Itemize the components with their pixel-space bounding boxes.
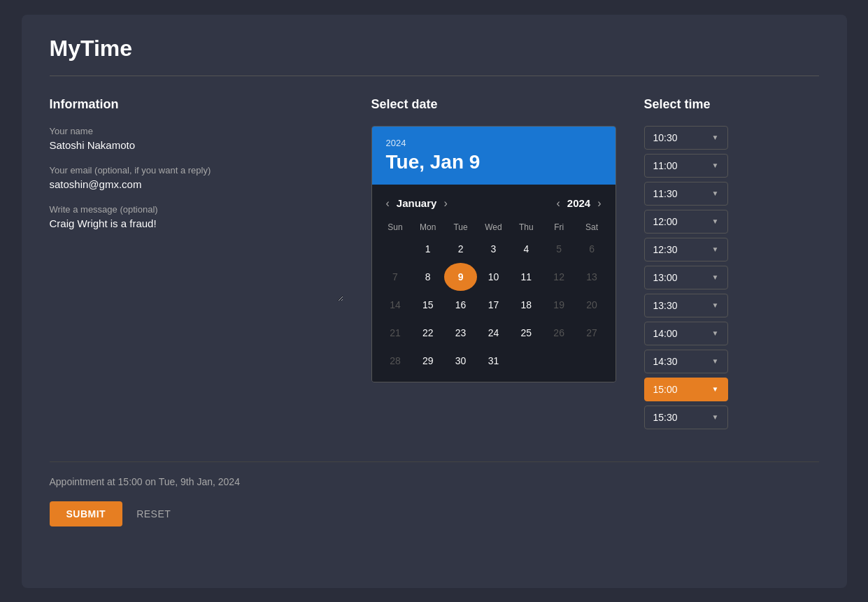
calendar-day: 19 — [543, 291, 576, 319]
calendar-day: 5 — [543, 235, 576, 263]
calendar-nav: ‹ January › ‹ 2024 › — [379, 192, 609, 215]
calendar-day: 14 — [379, 291, 412, 319]
bottom-bar: Appointment at 15:00 on Tue, 9th Jan, 20… — [50, 461, 819, 526]
dropdown-arrow-icon: ▼ — [712, 413, 719, 421]
time-slot-button[interactable]: 15:00▼ — [644, 378, 728, 401]
calendar-day[interactable]: 16 — [444, 291, 477, 319]
submit-button[interactable]: SUBMIT — [50, 501, 123, 526]
calendar-day[interactable]: 17 — [477, 291, 510, 319]
time-slot-button[interactable]: 14:00▼ — [644, 322, 728, 345]
calendar-day[interactable]: 23 — [444, 319, 477, 347]
calendar-day — [379, 235, 412, 263]
time-slot-button[interactable]: 11:00▼ — [644, 154, 728, 178]
calendar-day[interactable]: 25 — [510, 319, 543, 347]
appointment-summary: Appointment at 15:00 on Tue, 9th Jan, 20… — [50, 476, 819, 487]
calendar-day[interactable]: 1 — [411, 235, 444, 263]
time-slot-button[interactable]: 15:30▼ — [644, 406, 728, 429]
calendar-day[interactable]: 2 — [444, 235, 477, 263]
calendar-day[interactable]: 9 — [444, 263, 477, 291]
time-slot-button[interactable]: 12:00▼ — [644, 210, 728, 234]
time-slot-button[interactable]: 11:30▼ — [644, 182, 728, 206]
weekday-header: Sun — [379, 220, 412, 235]
calendar-body: ‹ January › ‹ 2024 › SunMonTueWedThuFriS… — [372, 185, 616, 382]
reset-button[interactable]: RESET — [136, 508, 171, 519]
calendar-day — [543, 347, 576, 375]
calendar-day[interactable]: 11 — [510, 263, 543, 291]
calendar-weeks: 1234567891011121314151617181920212223242… — [379, 235, 609, 375]
calendar-day[interactable]: 8 — [411, 263, 444, 291]
time-slot-label: 11:00 — [653, 160, 678, 171]
app-container: MyTime Information Your name Satoshi Nak… — [22, 15, 847, 588]
time-slot-label: 12:00 — [653, 216, 678, 227]
dropdown-arrow-icon: ▼ — [712, 189, 719, 197]
name-field-group: Your name Satoshi Nakamoto — [50, 126, 343, 151]
calendar-day[interactable]: 22 — [411, 319, 444, 347]
calendar-day[interactable]: 3 — [477, 235, 510, 263]
calendar-day: 12 — [543, 263, 576, 291]
time-slot-label: 12:30 — [653, 244, 678, 255]
message-textarea[interactable] — [50, 217, 343, 301]
dropdown-arrow-icon: ▼ — [712, 329, 719, 337]
weekday-header: Wed — [477, 220, 510, 235]
email-label: Your email (optional, if you want a repl… — [50, 165, 343, 175]
calendar-grid: SunMonTueWedThuFriSat 123456789101112131… — [379, 220, 609, 375]
calendar-day — [576, 347, 609, 375]
calendar-day[interactable]: 15 — [411, 291, 444, 319]
main-content: Information Your name Satoshi Nakamoto Y… — [50, 97, 819, 433]
information-title: Information — [50, 97, 343, 112]
time-slot-label: 11:30 — [653, 188, 678, 199]
weekday-header: Mon — [411, 220, 444, 235]
time-slot-label: 14:00 — [653, 328, 678, 339]
weekday-header: Sat — [576, 220, 609, 235]
dropdown-arrow-icon: ▼ — [712, 162, 719, 169]
date-section: Select date 2024 Tue, Jan 9 ‹ January › — [371, 97, 616, 433]
calendar-day[interactable]: 4 — [510, 235, 543, 263]
calendar-day[interactable]: 31 — [477, 347, 510, 375]
prev-year-btn[interactable]: ‹ — [552, 196, 564, 211]
calendar-day[interactable]: 18 — [510, 291, 543, 319]
calendar-day: 26 — [543, 319, 576, 347]
time-slot-button[interactable]: 14:30▼ — [644, 350, 728, 373]
calendar-day[interactable]: 30 — [444, 347, 477, 375]
email-field-group: Your email (optional, if you want a repl… — [50, 165, 343, 190]
dropdown-arrow-icon: ▼ — [712, 217, 719, 225]
time-slot-label: 10:30 — [653, 132, 678, 143]
calendar-day[interactable]: 24 — [477, 319, 510, 347]
calendar-week-row: 21222324252627 — [379, 319, 609, 347]
message-label: Write a message (optional) — [50, 204, 343, 215]
calendar-day[interactable]: 29 — [411, 347, 444, 375]
time-slot-label: 15:00 — [653, 384, 678, 395]
prev-month-btn[interactable]: ‹ — [382, 196, 394, 211]
weekdays-row: SunMonTueWedThuFriSat — [379, 220, 609, 235]
calendar-day: 7 — [379, 263, 412, 291]
time-slot-button[interactable]: 12:30▼ — [644, 238, 728, 261]
dropdown-arrow-icon: ▼ — [712, 273, 719, 281]
calendar-year-label: 2024 — [567, 197, 590, 209]
calendar-header: 2024 Tue, Jan 9 — [372, 127, 616, 185]
dropdown-arrow-icon: ▼ — [712, 357, 719, 365]
calendar-date-display: Tue, Jan 9 — [386, 151, 602, 173]
calendar-week-row: 28293031 — [379, 347, 609, 375]
weekday-header: Thu — [510, 220, 543, 235]
calendar-month-label: January — [397, 197, 437, 209]
calendar-day[interactable]: 10 — [477, 263, 510, 291]
information-section: Information Your name Satoshi Nakamoto Y… — [50, 97, 343, 433]
dropdown-arrow-icon: ▼ — [712, 385, 719, 393]
calendar-week-row: 14151617181920 — [379, 291, 609, 319]
calendar-week-row: 78910111213 — [379, 263, 609, 291]
calendar-day: 20 — [576, 291, 609, 319]
time-slot-button[interactable]: 13:30▼ — [644, 294, 728, 317]
next-year-btn[interactable]: › — [593, 196, 605, 211]
name-value: Satoshi Nakamoto — [50, 139, 343, 151]
calendar-container: 2024 Tue, Jan 9 ‹ January › ‹ 2024 › — [371, 126, 616, 382]
time-slot-button[interactable]: 10:30▼ — [644, 126, 728, 150]
month-nav-group: ‹ January › — [382, 196, 452, 211]
year-nav-group: ‹ 2024 › — [552, 196, 605, 211]
date-section-title: Select date — [371, 97, 616, 112]
dropdown-arrow-icon: ▼ — [712, 301, 719, 309]
dropdown-arrow-icon: ▼ — [712, 245, 719, 253]
email-value: satoshin@gmx.com — [50, 178, 343, 190]
app-title: MyTime — [50, 36, 819, 62]
next-month-btn[interactable]: › — [439, 196, 451, 211]
time-slot-button[interactable]: 13:00▼ — [644, 266, 728, 289]
